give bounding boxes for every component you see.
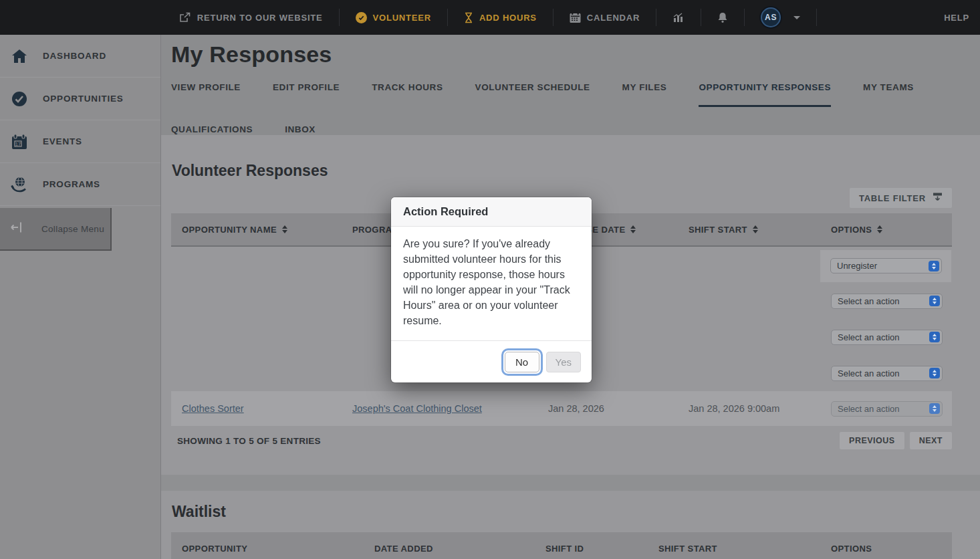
waitlist-heading: Waitlist (171, 491, 952, 532)
profile-tabs-row1: VIEW PROFILE EDIT PROFILE TRACK HOURS VO… (171, 82, 980, 107)
column-header-shift-start[interactable]: SHIFT START (648, 532, 820, 559)
active-action-cell: Unregister (820, 250, 951, 282)
return-to-website-label: RETURN TO OUR WEBSITE (197, 13, 323, 23)
topbar-divider (816, 9, 817, 26)
add-hours-menu-item[interactable]: ADD HOURS (448, 12, 553, 23)
yes-button[interactable]: Yes (546, 352, 581, 372)
globe-hand-icon (11, 176, 28, 193)
collapse-menu-label: Collapse Menu (41, 224, 104, 234)
sidebar-item-label: OPPORTUNITIES (43, 94, 124, 104)
table-filter-button[interactable]: TABLE FILTER (850, 188, 952, 208)
tab-volunteer-schedule[interactable]: VOLUNTEER SCHEDULE (475, 82, 590, 107)
bell-icon (717, 12, 728, 23)
check-badge-icon (11, 91, 28, 107)
caret-down-icon (793, 16, 800, 19)
sidebar-item-label: PROGRAMS (43, 179, 100, 189)
no-button[interactable]: No (505, 352, 539, 372)
help-link[interactable]: HELP (944, 0, 969, 35)
tab-view-profile[interactable]: VIEW PROFILE (171, 82, 241, 107)
sidebar: DASHBOARD OPPORTUNITIES 17 E (0, 35, 161, 559)
select-stepper-icon (929, 403, 940, 414)
account-menu[interactable]: AS (745, 7, 816, 27)
return-to-website-link[interactable]: RETURN TO OUR WEBSITE (163, 12, 339, 23)
check-circle-icon (356, 12, 367, 23)
column-header-options[interactable]: OPTIONS (820, 532, 952, 559)
sidebar-item-opportunities[interactable]: OPPORTUNITIES (0, 78, 160, 120)
response-date-cell: Jan 28, 2026 (537, 391, 678, 426)
volunteer-responses-heading: Volunteer Responses (171, 135, 952, 180)
dialog-title: Action Required (391, 197, 592, 227)
calendar-17-icon: 17 (11, 134, 28, 150)
select-stepper-icon (929, 368, 940, 378)
entries-summary: SHOWING 1 TO 5 OF 5 ENTRIES (171, 436, 321, 446)
tab-my-files[interactable]: MY FILES (622, 82, 667, 107)
notifications-menu-item[interactable] (701, 12, 744, 23)
sort-icon (877, 225, 882, 233)
profile-header: My Responses VIEW PROFILE EDIT PROFILE T… (161, 35, 980, 135)
volunteer-label: VOLUNTEER (373, 13, 431, 23)
calendar-menu-item[interactable]: CALENDAR (554, 12, 656, 23)
program-link[interactable]: Joseph's Coat Clothing Closet (352, 403, 482, 414)
calendar-icon (570, 12, 581, 23)
sort-icon (630, 225, 636, 233)
top-navigation-bar: RETURN TO OUR WEBSITE VOLUNTEER ADD HOUR… (0, 0, 980, 35)
tab-opportunity-responses[interactable]: OPPORTUNITY RESPONSES (699, 82, 831, 107)
column-header-options[interactable]: OPTIONS (820, 213, 952, 245)
action-required-dialog: Action Required Are you sure? If you've … (391, 197, 592, 382)
dialog-message: Are you sure? If you've already submitte… (391, 227, 592, 340)
sort-icon (753, 225, 758, 233)
filter-icon (933, 192, 943, 204)
table-row: Clothes Sorter Joseph's Coat Clothing Cl… (171, 391, 952, 426)
panel-divider (161, 475, 980, 491)
column-header-shift-id[interactable]: SHIFT ID (535, 532, 648, 559)
add-hours-label: ADD HOURS (479, 13, 537, 23)
reports-menu-item[interactable] (656, 13, 701, 23)
svg-text:17: 17 (15, 140, 21, 146)
column-header-opportunity[interactable]: OPPORTUNITY (171, 532, 364, 559)
action-select[interactable]: Select an action (831, 366, 943, 381)
sidebar-item-dashboard[interactable]: DASHBOARD (0, 35, 160, 78)
external-link-icon (179, 12, 191, 23)
page-title: My Responses (171, 41, 980, 68)
shift-start-cell: Jan 28, 2026 9:00am (678, 391, 820, 426)
pagination-bar: SHOWING 1 TO 5 OF 5 ENTRIES PREVIOUS NEX… (171, 426, 952, 455)
dialog-footer: No Yes (391, 340, 592, 382)
calendar-label: CALENDAR (587, 13, 640, 23)
action-select[interactable]: Unregister (830, 258, 942, 273)
collapse-menu-button[interactable]: Collapse Menu (0, 208, 112, 251)
previous-button[interactable]: PREVIOUS (840, 432, 904, 449)
waitlist-panel: Waitlist OPPORTUNITY DATE ADDED SHIFT ID… (161, 491, 980, 559)
sidebar-item-label: DASHBOARD (43, 51, 106, 61)
sort-icon (282, 225, 287, 233)
hourglass-icon (464, 12, 473, 23)
table-filter-label: TABLE FILTER (859, 193, 926, 203)
bar-chart-icon (672, 13, 685, 23)
sidebar-item-programs[interactable]: PROGRAMS (0, 163, 160, 206)
action-select[interactable]: Select an action (831, 401, 943, 417)
home-icon (11, 49, 28, 64)
column-header-date-added[interactable]: DATE ADDED (364, 532, 535, 559)
action-select[interactable]: Select an action (831, 294, 943, 309)
action-select[interactable]: Select an action (831, 330, 943, 345)
volunteer-menu-item[interactable]: VOLUNTEER (340, 12, 447, 23)
column-header-opportunity-name[interactable]: OPPORTUNITY NAME (171, 213, 342, 245)
tab-my-teams[interactable]: MY TEAMS (863, 82, 914, 107)
waitlist-table-header: OPPORTUNITY DATE ADDED SHIFT ID SHIFT ST… (171, 532, 952, 559)
avatar[interactable]: AS (761, 7, 781, 27)
select-stepper-icon (929, 332, 940, 342)
column-header-shift-start[interactable]: SHIFT START (678, 213, 820, 245)
sidebar-item-events[interactable]: 17 EVENTS (0, 120, 160, 163)
select-stepper-icon (929, 261, 939, 271)
tab-track-hours[interactable]: TRACK HOURS (372, 82, 443, 107)
collapse-arrow-icon (11, 221, 24, 236)
opportunity-link[interactable]: Clothes Sorter (182, 403, 244, 414)
tab-edit-profile[interactable]: EDIT PROFILE (273, 82, 340, 107)
next-button[interactable]: NEXT (910, 432, 952, 449)
select-stepper-icon (929, 296, 940, 306)
sidebar-item-label: EVENTS (43, 136, 82, 146)
